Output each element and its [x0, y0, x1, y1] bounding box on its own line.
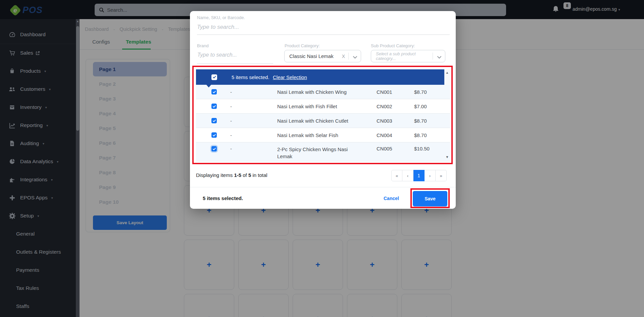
add-products-modal: Name, SKU, or Barcode. Type to search...… [190, 11, 456, 209]
name-sku-barcode-label: Name, SKU, or Barcode. [197, 15, 245, 20]
row-checkbox-checked-focused[interactable] [211, 146, 217, 151]
save-button[interactable]: Save [413, 191, 447, 206]
brand-search-underline [197, 63, 273, 64]
pager-range: 1-5 [234, 172, 241, 178]
footer-items-selected-text: 5 items selected. [203, 195, 243, 201]
product-name: Nasi Lemak with Selar Fish [277, 132, 358, 139]
product-price: $10.50 [414, 146, 430, 151]
table-row[interactable]: - Nasi Lemak with Chicken Cutlet CN003 $… [196, 114, 450, 128]
product-sku: CN001 [377, 89, 392, 95]
name-search-input[interactable]: Type to search... [197, 24, 239, 30]
pager-summary: Displaying items 1-5 of 5 in total [196, 172, 267, 178]
chevron-down-icon[interactable] [353, 54, 357, 60]
product-sku: CN002 [377, 104, 392, 109]
table-row[interactable]: - Nasi Lemak with Selar Fish CN004 $8.70 [196, 128, 450, 142]
items-selected-text: 5 items selected. [232, 74, 269, 80]
product-category-select[interactable]: Classic Nasi Lemak X [284, 50, 361, 62]
pager-total: 5 [248, 172, 251, 178]
table-row[interactable]: - Nasi Lemak with Fish Fillet CN002 $7.0… [196, 99, 450, 114]
product-price: $8.70 [414, 118, 427, 124]
row-image-placeholder: - [230, 89, 232, 95]
table-scroll-down-icon[interactable]: ▼ [444, 155, 450, 159]
chevron-down-icon[interactable] [437, 54, 442, 60]
row-checkbox-checked[interactable] [211, 104, 217, 109]
pagination-page-1-button[interactable]: 1 [413, 170, 425, 181]
product-price: $7.00 [414, 104, 427, 109]
pager-prefix: Displaying items [196, 172, 234, 178]
name-search-underline [197, 35, 450, 35]
product-name: 2-Pc Spicy Chicken Wings Nasi Lemak [277, 146, 358, 160]
clear-selection-link[interactable]: Clear Selection [273, 74, 307, 80]
product-sku: CN004 [377, 132, 392, 138]
product-price: $8.70 [414, 132, 427, 138]
app-root: e POS Search... 8 admin@epos.com.sg▾ Das… [0, 0, 644, 317]
product-table-header: 5 items selected. Clear Selection [196, 69, 450, 85]
row-checkbox-checked[interactable] [211, 89, 217, 94]
product-name: Nasi Lemak with Fish Fillet [277, 103, 358, 110]
product-category-label: Product Category: [285, 43, 320, 48]
sub-product-category-placeholder: Select a sub product cateogry... [376, 52, 426, 61]
clear-selection-x-icon[interactable]: X [342, 54, 345, 59]
table-row[interactable]: - Nasi Lemak with Chicken Wing CN001 $8.… [196, 85, 450, 99]
row-image-placeholder: - [230, 146, 232, 151]
table-row[interactable]: - 2-Pc Spicy Chicken Wings Nasi Lemak CN… [196, 142, 450, 162]
pagination-next-button[interactable]: › [425, 170, 436, 181]
product-sku: CN005 [377, 146, 392, 151]
header-notch-pointer [206, 85, 211, 87]
footer-divider [190, 187, 456, 187]
row-image-placeholder: - [230, 104, 232, 109]
sub-product-category-label: Sub Product Category: [371, 43, 415, 48]
brand-label: Brand [197, 43, 209, 48]
row-image-placeholder: - [230, 118, 232, 124]
product-name: Nasi Lemak with Chicken Cutlet [277, 117, 358, 124]
brand-search-input[interactable]: Type to search... [197, 52, 237, 58]
product-price: $8.70 [414, 89, 427, 95]
pagination-last-button[interactable]: » [436, 170, 447, 181]
pagination-first-button[interactable]: « [391, 170, 402, 181]
table-scroll-up-icon[interactable]: ▲ [444, 71, 450, 74]
pager-mid: of [241, 172, 248, 178]
product-name: Nasi Lemak with Chicken Wing [277, 88, 358, 96]
product-sku: CN003 [377, 118, 392, 124]
pager-suffix: in total [251, 172, 267, 178]
row-image-placeholder: - [230, 132, 232, 138]
pagination-prev-button[interactable]: ‹ [402, 170, 413, 181]
select-divider [348, 53, 349, 60]
row-checkbox-checked[interactable] [211, 118, 217, 123]
row-checkbox-checked[interactable] [211, 132, 217, 138]
select-divider [433, 53, 433, 60]
sub-product-category-select[interactable]: Select a sub product cateogry... [371, 50, 445, 62]
product-category-value: Classic Nasi Lemak [289, 53, 334, 59]
select-all-checkbox[interactable] [211, 74, 217, 80]
cancel-button[interactable]: Cancel [384, 196, 399, 201]
pagination: « ‹ 1 › » [391, 170, 447, 181]
